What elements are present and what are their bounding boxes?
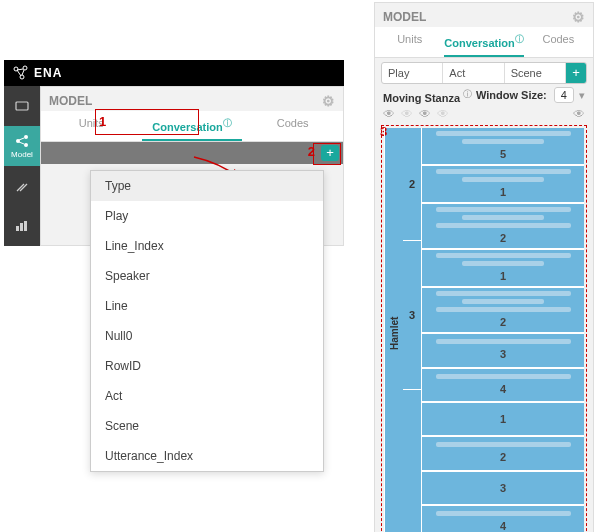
svg-line-11	[19, 142, 24, 144]
rail-item-tools[interactable]	[4, 166, 40, 206]
scene-cell[interactable]: 3	[422, 472, 584, 506]
tab-codes[interactable]: Codes	[242, 111, 343, 141]
dropdown-item[interactable]: Speaker	[91, 261, 323, 291]
line-bar	[462, 139, 545, 144]
gear-icon[interactable]: ⚙	[572, 9, 585, 25]
line-bar	[462, 299, 545, 304]
scene-number: 4	[428, 519, 578, 532]
gear-icon[interactable]: ⚙	[322, 93, 335, 109]
line-bar	[436, 442, 571, 447]
dropdown-item[interactable]: Null0	[91, 321, 323, 351]
svg-point-9	[24, 143, 28, 147]
line-bar	[436, 169, 571, 174]
app-header: ENA	[4, 60, 344, 86]
line-bar	[436, 291, 571, 296]
network-icon	[12, 64, 30, 82]
dropdown-item[interactable]: Utterance_Index	[91, 441, 323, 471]
line-bar	[462, 177, 545, 182]
window-size-value[interactable]: 4	[554, 87, 574, 103]
scene-number: 3	[428, 481, 578, 495]
scene-number: 1	[428, 412, 578, 426]
tab-units[interactable]: Units	[375, 27, 444, 57]
svg-rect-14	[16, 226, 19, 231]
svg-rect-15	[20, 223, 23, 231]
scene-number: 2	[428, 450, 578, 464]
dropdown-item[interactable]: Type	[91, 171, 323, 201]
help-icon[interactable]: ⓘ	[463, 89, 472, 99]
play-column: Hamlet	[384, 128, 403, 532]
model-panel-right: MODEL ⚙ Units Conversationⓘ Codes Play A…	[374, 2, 594, 532]
svg-rect-16	[24, 221, 27, 231]
scene-number: 1	[428, 185, 578, 199]
tabs-left: Units Conversationⓘ Codes 1	[41, 111, 343, 142]
viz-body[interactable]: Hamlet2351212341234	[384, 128, 584, 532]
scene-cell[interactable]: 2	[422, 204, 584, 250]
tools-icon	[15, 179, 29, 193]
rail-item-stats[interactable]	[4, 206, 40, 246]
scene-cell[interactable]: 4	[422, 369, 584, 403]
stanza-settings: Moving Stanza ⓘ Window Size: 4 ▾	[375, 84, 593, 108]
line-bar	[436, 131, 571, 136]
line-bar	[436, 307, 571, 312]
dropdown-item[interactable]: Line	[91, 291, 323, 321]
scene-cell[interactable]: 1	[422, 166, 584, 204]
scene-cell[interactable]: 4	[422, 506, 584, 532]
scene-number: 2	[428, 231, 578, 245]
rail-item-data[interactable]	[4, 86, 40, 126]
visibility-row: 👁 👁 👁 👁 👁	[375, 107, 593, 125]
annotation-2: 2	[308, 144, 315, 159]
act-cell: 3	[403, 241, 421, 390]
eye-off-icon[interactable]: 👁	[401, 107, 413, 121]
window-size: Window Size: 4 ▾	[476, 89, 585, 102]
eye-icon[interactable]: 👁	[419, 107, 431, 121]
line-bar	[436, 253, 571, 258]
scene-cell[interactable]: 3	[422, 334, 584, 368]
help-icon[interactable]: ⓘ	[223, 118, 232, 128]
box-icon	[14, 100, 30, 112]
dropdown-item[interactable]: RowID	[91, 351, 323, 381]
stats-icon	[15, 220, 29, 232]
svg-point-8	[24, 135, 28, 139]
svg-line-4	[22, 70, 24, 75]
app-name: ENA	[34, 66, 62, 80]
scene-cell[interactable]: 2	[422, 437, 584, 471]
dropdown-item[interactable]: Scene	[91, 411, 323, 441]
svg-point-1	[23, 66, 27, 70]
dropdown-item[interactable]: Play	[91, 201, 323, 231]
dropdown-item[interactable]: Act	[91, 381, 323, 411]
share-icon	[14, 134, 30, 148]
chevron-down-icon[interactable]: ▾	[579, 89, 585, 101]
scene-cell[interactable]: 1	[422, 250, 584, 288]
rail-item-model[interactable]: Model	[4, 126, 40, 166]
select-play[interactable]: Play	[382, 63, 443, 83]
scene-cell[interactable]: 1	[422, 403, 584, 437]
help-icon[interactable]: ⓘ	[515, 34, 524, 44]
rail-label-model: Model	[11, 150, 33, 159]
scene-cell[interactable]: 5	[422, 128, 584, 166]
act-column: 23	[403, 128, 422, 532]
grouping-selects: Play Act Scene +	[381, 62, 587, 84]
line-bar	[436, 511, 571, 516]
eye-off-icon[interactable]: 👁	[437, 107, 449, 121]
dropdown-item[interactable]: Line_Index	[91, 231, 323, 261]
line-bar	[436, 207, 571, 212]
act-cell	[403, 390, 421, 532]
line-bar	[462, 261, 545, 266]
scene-number: 4	[428, 382, 578, 396]
side-rail: Model	[4, 86, 40, 246]
right-screenshot: MODEL ⚙ Units Conversationⓘ Codes Play A…	[374, 2, 594, 532]
tab-codes[interactable]: Codes	[524, 27, 593, 57]
annotation-box-1	[95, 109, 199, 135]
eye-icon[interactable]: 👁	[383, 107, 395, 121]
add-button[interactable]: +	[566, 63, 586, 83]
svg-rect-6	[16, 102, 28, 110]
scene-column: 51212341234	[422, 128, 584, 532]
line-bar	[436, 339, 571, 344]
tab-conversation[interactable]: Conversationⓘ	[444, 27, 523, 57]
panel-title: MODEL	[383, 10, 426, 24]
select-scene[interactable]: Scene	[505, 63, 566, 83]
scene-number: 5	[428, 147, 578, 161]
scene-cell[interactable]: 2	[422, 288, 584, 334]
select-act[interactable]: Act	[443, 63, 504, 83]
eye-icon[interactable]: 👁	[573, 107, 585, 121]
